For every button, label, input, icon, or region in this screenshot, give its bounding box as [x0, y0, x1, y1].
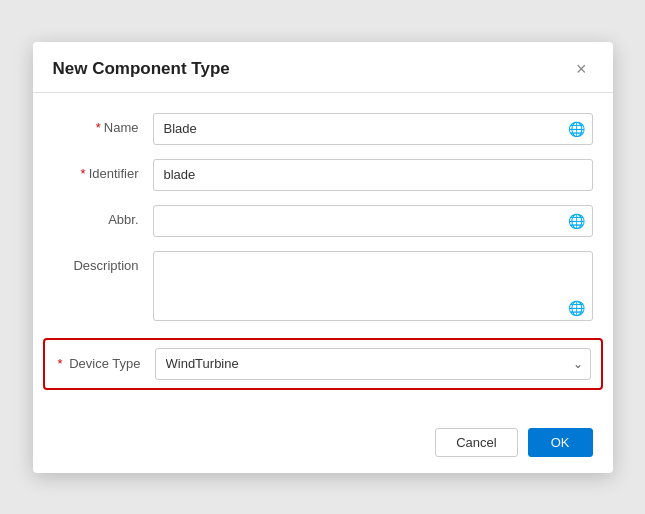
device-type-label: * Device Type [55, 356, 155, 371]
identifier-row: *Identifier [53, 159, 593, 191]
dialog-header: New Component Type × [33, 42, 613, 92]
device-type-select-wrap: WindTurbine ⌄ [155, 348, 591, 380]
dialog-title: New Component Type [53, 59, 230, 79]
description-label: Description [53, 251, 153, 273]
abbr-label: Abbr. [53, 205, 153, 227]
name-input[interactable] [153, 113, 593, 145]
new-component-dialog: New Component Type × *Name 🌐 *Identifier [33, 42, 613, 473]
device-type-row: * Device Type WindTurbine ⌄ [43, 338, 603, 390]
dialog-overlay: New Component Type × *Name 🌐 *Identifier [0, 0, 645, 514]
identifier-input-wrap [153, 159, 593, 191]
abbr-input-wrap: 🌐 [153, 205, 593, 237]
abbr-row: Abbr. 🌐 [53, 205, 593, 237]
description-input-wrap: 🌐 [153, 251, 593, 324]
identifier-input[interactable] [153, 159, 593, 191]
abbr-input[interactable] [153, 205, 593, 237]
description-row: Description 🌐 [53, 251, 593, 324]
identifier-label: *Identifier [53, 159, 153, 181]
name-label: *Name [53, 113, 153, 135]
description-input[interactable] [153, 251, 593, 321]
device-type-select[interactable]: WindTurbine [155, 348, 591, 380]
device-type-required-star: * [58, 356, 63, 371]
close-button[interactable]: × [570, 58, 593, 80]
name-row: *Name 🌐 [53, 113, 593, 145]
name-required-star: * [96, 120, 101, 135]
dialog-footer: Cancel OK [33, 420, 613, 473]
dialog-body: *Name 🌐 *Identifier Abbr. [33, 103, 613, 420]
header-divider [33, 92, 613, 93]
cancel-button[interactable]: Cancel [435, 428, 517, 457]
name-input-wrap: 🌐 [153, 113, 593, 145]
ok-button[interactable]: OK [528, 428, 593, 457]
identifier-required-star: * [81, 166, 86, 181]
